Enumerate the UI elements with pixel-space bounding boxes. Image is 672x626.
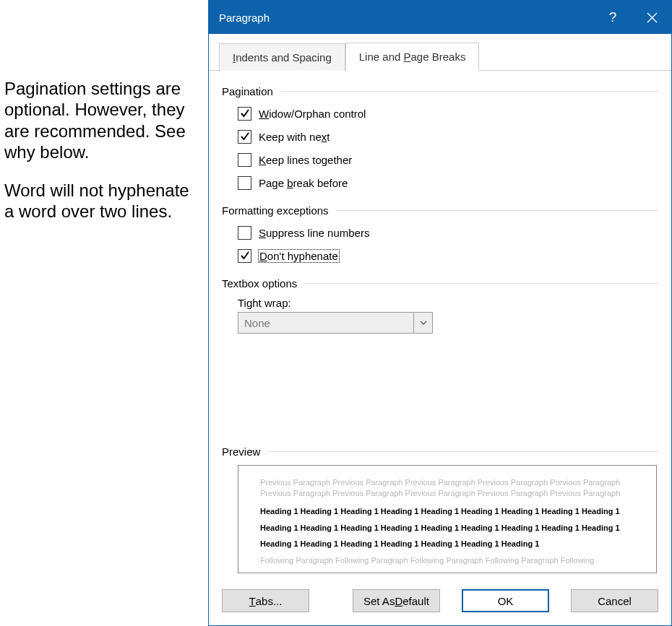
checkbox-page-break-before[interactable]: Page break before <box>238 171 658 194</box>
annotation-p2: Word will not hyphenate a word over two … <box>4 180 192 222</box>
checkbox-keep-lines-together[interactable]: Keep lines together <box>238 148 658 171</box>
dialog-button-row: Tabs... Set As Default OK Cancel <box>209 578 671 625</box>
section-textbox-options: Textbox options Tight wrap: None <box>222 273 658 334</box>
set-as-default-button[interactable]: Set As Default <box>353 589 440 612</box>
preview-heading-line: Heading 1 Heading 1 Heading 1 Heading 1 … <box>260 523 634 534</box>
ok-button[interactable]: OK <box>462 589 549 612</box>
checkbox-icon <box>238 226 251 240</box>
tab-line-page-breaks[interactable]: Line and Page Breaks <box>345 43 480 71</box>
tab-row: Indents and Spacing Line and Page Breaks <box>209 38 671 71</box>
annotation-text: Pagination settings are optional. Howeve… <box>4 78 192 240</box>
cancel-button[interactable]: Cancel <box>571 589 658 612</box>
section-title-pagination: Pagination <box>222 81 658 102</box>
checkbox-icon <box>238 130 251 144</box>
tight-wrap-label: Tight wrap: <box>238 297 658 309</box>
titlebar: Paragraph ? <box>209 1 671 34</box>
tight-wrap-select: None <box>238 312 433 334</box>
section-title-textbox: Textbox options <box>222 273 658 294</box>
close-button[interactable] <box>632 1 671 34</box>
preview-heading-line: Heading 1 Heading 1 Heading 1 Heading 1 … <box>260 506 634 517</box>
section-preview: Preview Previous Paragraph Previous Para… <box>222 441 658 573</box>
preview-box: Previous Paragraph Previous Paragraph Pr… <box>238 465 657 573</box>
dialog-body: Pagination Widow/Orphan control Keep wit… <box>209 71 671 347</box>
tabs-button[interactable]: Tabs... <box>222 589 309 612</box>
preview-prev-line: Previous Paragraph Previous Paragraph Pr… <box>260 477 634 488</box>
checkbox-icon <box>238 176 251 190</box>
section-formatting-exceptions: Formatting exceptions Suppress line numb… <box>222 200 658 267</box>
checkbox-icon <box>238 107 251 121</box>
checkbox-widow-orphan[interactable]: Widow/Orphan control <box>238 102 658 125</box>
preview-prev-line: Previous Paragraph Previous Paragraph Pr… <box>260 488 634 499</box>
chevron-down-icon <box>413 313 432 333</box>
help-button[interactable]: ? <box>593 1 632 34</box>
checkbox-keep-with-next[interactable]: Keep with next <box>238 125 658 148</box>
close-icon <box>647 12 658 23</box>
checkbox-icon <box>238 153 251 167</box>
dialog-title: Paragraph <box>219 12 593 24</box>
checkbox-suppress-line-numbers[interactable]: Suppress line numbers <box>238 221 658 244</box>
checkbox-icon <box>238 249 251 263</box>
paragraph-dialog: Paragraph ? Indents and Spacing Line and… <box>208 0 672 626</box>
section-title-preview: Preview <box>222 441 658 462</box>
annotation-p1: Pagination settings are optional. Howeve… <box>4 78 192 162</box>
checkbox-dont-hyphenate[interactable]: Don't hyphenate <box>238 244 658 267</box>
section-title-formatting: Formatting exceptions <box>222 200 658 221</box>
preview-following-line: Following Paragraph Following Paragraph … <box>260 555 634 566</box>
tab-indents-spacing[interactable]: Indents and Spacing <box>219 43 345 71</box>
section-pagination: Pagination Widow/Orphan control Keep wit… <box>222 81 658 194</box>
preview-heading-line: Heading 1 Heading 1 Heading 1 Heading 1 … <box>260 539 634 549</box>
